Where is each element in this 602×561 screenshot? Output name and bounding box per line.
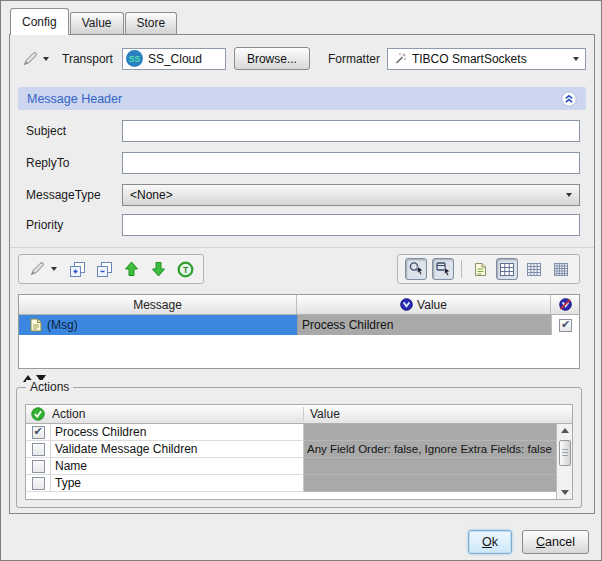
action-checkbox[interactable] bbox=[32, 426, 45, 439]
tab-store[interactable]: Store bbox=[125, 12, 178, 34]
replyto-row: ReplyTo bbox=[26, 152, 580, 174]
new-document-button[interactable] bbox=[469, 258, 491, 280]
priority-input[interactable] bbox=[122, 214, 580, 236]
message-row-checkbox[interactable] bbox=[559, 319, 572, 332]
cancel-mnemonic: C bbox=[536, 535, 545, 549]
ok-mnemonic: O bbox=[482, 535, 492, 549]
grid-large-icon bbox=[500, 263, 514, 276]
tab-bar: Config Value Store bbox=[10, 8, 178, 34]
reset-button[interactable]: T bbox=[174, 258, 196, 280]
expand-all-button[interactable] bbox=[66, 258, 88, 280]
ok-button[interactable]: Ok bbox=[468, 530, 512, 554]
pane-splitter[interactable] bbox=[18, 371, 586, 386]
column-header-message[interactable]: Message bbox=[19, 295, 297, 314]
pencil-menu-chevron-down-icon[interactable] bbox=[43, 57, 49, 61]
message-table-header: Message Value bbox=[19, 295, 579, 315]
no-value-circle-icon bbox=[559, 298, 572, 311]
message-header-bar: Message Header bbox=[18, 87, 586, 110]
message-node-label: (Msg) bbox=[47, 318, 78, 332]
actions-scrollbar[interactable] bbox=[556, 424, 572, 499]
tab-value[interactable]: Value bbox=[70, 12, 124, 34]
zoom-deselect-button[interactable] bbox=[432, 258, 454, 280]
reset-T-circle-icon: T bbox=[177, 261, 194, 278]
action-checkbox[interactable] bbox=[32, 443, 45, 456]
grid-view-small-button[interactable] bbox=[550, 258, 572, 280]
action-row[interactable]: Type bbox=[26, 475, 556, 492]
action-name: Type bbox=[50, 475, 304, 492]
formatter-chevron-down-icon bbox=[573, 57, 579, 61]
msg-document-icon bbox=[30, 318, 42, 332]
tab-config[interactable]: Config bbox=[10, 8, 69, 35]
config-tab-panel: Transport SS SS_Cloud Browse... Formatte… bbox=[9, 34, 595, 514]
cancel-button[interactable]: Cancel bbox=[522, 530, 589, 554]
column-header-override[interactable] bbox=[551, 295, 579, 314]
actions-group-title: Actions bbox=[26, 380, 73, 394]
message-override-cell[interactable] bbox=[551, 315, 579, 335]
section-divider bbox=[10, 247, 594, 248]
value-column-label: Value bbox=[417, 298, 447, 312]
scroll-up-icon bbox=[561, 428, 569, 433]
dialog-button-row: Ok Cancel bbox=[468, 530, 589, 554]
grid-view-large-button[interactable] bbox=[496, 258, 518, 280]
messagetype-select[interactable]: <None> bbox=[122, 184, 580, 206]
collapse-section-button[interactable] bbox=[561, 91, 577, 107]
action-name: Name bbox=[50, 458, 304, 475]
action-checkbox[interactable] bbox=[32, 460, 45, 473]
wand-icon bbox=[394, 52, 407, 65]
action-value[interactable] bbox=[304, 475, 556, 492]
messagetype-chevron-down-icon bbox=[566, 193, 572, 197]
cancel-rest: ancel bbox=[545, 535, 575, 549]
action-value[interactable] bbox=[304, 458, 556, 475]
action-row[interactable]: Validate Message Children Any Field Orde… bbox=[26, 441, 556, 458]
grid-view-medium-button[interactable] bbox=[523, 258, 545, 280]
edit-value-pencil-button[interactable] bbox=[26, 258, 48, 280]
set-value-pencil-button[interactable] bbox=[20, 50, 40, 68]
priority-label: Priority bbox=[26, 218, 122, 232]
message-toolbar-left: T bbox=[18, 254, 204, 284]
edit-menu-chevron-down-icon[interactable] bbox=[51, 267, 57, 271]
formatter-select[interactable]: TIBCO SmartSockets bbox=[387, 48, 586, 70]
duplicate-plus-icon bbox=[69, 261, 86, 278]
scrollbar-thumb[interactable] bbox=[559, 440, 571, 466]
zoom-select-button[interactable] bbox=[405, 258, 427, 280]
message-value-text: Process Children bbox=[302, 318, 393, 332]
message-node-cell[interactable]: (Msg) bbox=[19, 315, 297, 335]
subject-label: Subject bbox=[26, 124, 122, 138]
document-icon bbox=[474, 262, 487, 277]
magnifier-cursor-icon bbox=[408, 261, 425, 277]
action-row[interactable]: Name bbox=[26, 458, 556, 475]
scroll-up-button[interactable] bbox=[557, 424, 573, 437]
magnifier-cursor-alt-icon bbox=[435, 261, 452, 277]
actions-table-header: Action Value bbox=[26, 405, 572, 424]
collapse-all-button[interactable] bbox=[93, 258, 115, 280]
messagetype-label: MessageType bbox=[26, 188, 122, 202]
message-toolbar-right bbox=[397, 254, 580, 284]
message-column-label: Message bbox=[133, 298, 182, 312]
message-value-cell[interactable]: Process Children bbox=[297, 315, 551, 335]
message-editor-dialog: Config Value Store Transport SS SS_Cloud… bbox=[0, 0, 602, 561]
message-row-msg[interactable]: (Msg) Process Children bbox=[19, 315, 579, 335]
smartsockets-badge-icon: SS bbox=[126, 50, 143, 67]
pencil-icon bbox=[29, 261, 45, 277]
transport-field[interactable]: SS SS_Cloud bbox=[122, 48, 226, 70]
browse-button[interactable]: Browse... bbox=[234, 47, 310, 70]
column-header-action[interactable]: Action bbox=[50, 407, 304, 421]
subject-input[interactable] bbox=[122, 120, 580, 142]
column-header-value[interactable]: Value bbox=[297, 295, 551, 314]
action-row[interactable]: Process Children bbox=[26, 424, 556, 441]
action-value[interactable]: Any Field Order: false, Ignore Extra Fie… bbox=[304, 441, 556, 458]
replyto-label: ReplyTo bbox=[26, 156, 122, 170]
action-checkbox[interactable] bbox=[32, 477, 45, 490]
move-down-button[interactable] bbox=[147, 258, 169, 280]
action-value[interactable] bbox=[304, 424, 556, 441]
scroll-down-button[interactable] bbox=[557, 486, 573, 499]
priority-row: Priority bbox=[26, 214, 580, 236]
move-up-button[interactable] bbox=[120, 258, 142, 280]
replyto-input[interactable] bbox=[122, 152, 580, 174]
grid-medium-icon bbox=[527, 263, 541, 276]
transport-row: Transport SS SS_Cloud Browse... Formatte… bbox=[20, 46, 586, 71]
column-header-action-value[interactable]: Value bbox=[304, 407, 572, 421]
message-table: Message Value bbox=[18, 294, 580, 369]
scrollbar-track[interactable] bbox=[557, 437, 573, 486]
green-check-circle-icon bbox=[31, 407, 45, 421]
